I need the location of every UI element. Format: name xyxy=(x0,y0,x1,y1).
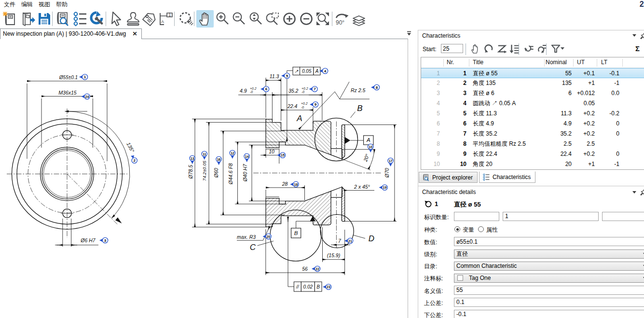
drawing-canvas[interactable]: Ø55±0.1M36x15135°Ø6 H711.34.935.222.4Rz … xyxy=(0,39,408,318)
balloon-14[interactable]: 14 xyxy=(244,153,249,162)
tab-characteristics[interactable]: Characteristics xyxy=(479,171,535,183)
balloon-17[interactable]: 17 xyxy=(388,158,393,166)
id-count-input-3[interactable] xyxy=(602,212,644,221)
pick-hand-icon[interactable] xyxy=(469,42,481,55)
document-tab[interactable]: New inspection plan (A) | 930-1200-406-V… xyxy=(0,28,142,39)
table-row-9[interactable]: 99长度 22.422.4+0.20 xyxy=(421,149,644,159)
catalog-combo[interactable]: Common Characteristic xyxy=(454,262,644,271)
tolerance-frame-text: 0.02 xyxy=(303,284,313,290)
stamp-tool-button[interactable] xyxy=(124,10,142,28)
menu-view[interactable]: 视图 xyxy=(36,0,53,8)
balloon-10[interactable]: 10 xyxy=(368,144,373,152)
characteristics-list-button[interactable] xyxy=(71,10,89,28)
tag-one-checkbox[interactable] xyxy=(457,275,463,281)
balloon-11[interactable]: 11 xyxy=(202,151,207,160)
select-tool-button[interactable] xyxy=(108,10,125,28)
zigzag-order-icon[interactable] xyxy=(496,42,508,55)
id-count-input-1[interactable] xyxy=(454,212,499,221)
tab-project-explorer[interactable]: Project explorer xyxy=(419,172,478,183)
enlarge-button[interactable] xyxy=(281,10,298,28)
tags-combo[interactable]: Tag One xyxy=(454,274,644,283)
balloon-5[interactable]: 5 xyxy=(281,73,290,78)
project-explorer-button[interactable] xyxy=(54,10,71,28)
column-header-nominal[interactable]: Nominal xyxy=(544,57,572,68)
sigma-icon[interactable]: Σ xyxy=(635,44,640,53)
balloon-9[interactable]: 9 xyxy=(310,102,318,107)
layers-button[interactable] xyxy=(350,10,368,28)
svg-text:11: 11 xyxy=(203,152,206,156)
panel-menu-caret-icon[interactable] xyxy=(632,34,636,37)
update-button[interactable] xyxy=(88,10,105,28)
table-row-8[interactable]: 88平均值粗糙度 Rz 2.52.52.5 xyxy=(421,139,644,149)
panel-pin-icon[interactable] xyxy=(640,31,644,39)
details-menu-caret-icon[interactable] xyxy=(632,191,636,194)
balloon-8[interactable]: 8 xyxy=(371,84,380,90)
column-header-ut[interactable]: UT xyxy=(573,57,595,68)
table-row-5[interactable]: 55长度 11.311.3+0.2-0.2 xyxy=(421,109,644,119)
balloon-19[interactable]: 19 xyxy=(379,185,388,190)
table-row-2[interactable]: 22角度 135135+1-1 xyxy=(421,78,644,88)
start-input[interactable] xyxy=(441,44,463,53)
renumber-start-icon[interactable] xyxy=(522,42,535,55)
table-row-1[interactable]: 11直径 ø 5555+0.1-0.1 xyxy=(421,68,644,78)
details-pin-icon[interactable] xyxy=(640,188,644,195)
filter-caret-icon[interactable] xyxy=(561,47,564,50)
balloon-4[interactable]: 4 xyxy=(319,68,328,73)
table-row-10[interactable]: 1010角度 2020+1-1 xyxy=(421,159,644,169)
menu-file[interactable]: 文件 xyxy=(1,0,18,8)
save-button[interactable] xyxy=(36,10,53,28)
rotate-90-button[interactable] xyxy=(333,10,351,28)
nominal-input[interactable] xyxy=(454,286,644,295)
tag-tool-button[interactable] xyxy=(141,10,158,28)
balloon-6[interactable]: 6 xyxy=(260,86,269,92)
zoom-out-button[interactable] xyxy=(230,10,247,28)
upper-tol-input[interactable] xyxy=(454,298,644,307)
zoom-window-button[interactable] xyxy=(264,10,281,28)
lower-tol-input[interactable] xyxy=(454,310,644,318)
table-row-7[interactable]: 77长度 35.235.2+0.20 xyxy=(421,129,644,139)
balloon-16[interactable]: 16 xyxy=(216,156,221,165)
balloon-tool-button[interactable] xyxy=(157,10,175,28)
radio-attribute-label[interactable]: 属性 xyxy=(486,226,498,234)
balloon-21[interactable]: 21 xyxy=(344,238,353,243)
zoom-fit-button[interactable] xyxy=(314,10,331,28)
new-inspection-plan-button[interactable] xyxy=(1,10,19,28)
table-row-3[interactable]: 33直径 ø 66+0.0120.0 xyxy=(421,88,644,98)
table-row-6[interactable]: 66长度 4.94.9+0.20 xyxy=(421,119,644,129)
tag-icon xyxy=(142,11,157,27)
zoom-in-button[interactable] xyxy=(214,10,231,28)
zoom-dynamic-button[interactable] xyxy=(247,10,264,28)
menu-help[interactable]: 帮助 xyxy=(53,0,70,8)
balloon-23[interactable]: 23 xyxy=(323,284,331,290)
balloon-12[interactable]: 12 xyxy=(230,150,235,159)
balloon-18[interactable]: 18 xyxy=(290,181,299,187)
balloon-2[interactable]: 2 xyxy=(131,155,137,163)
balloon-15[interactable]: 15 xyxy=(277,152,286,158)
menu-edit[interactable]: 编辑 xyxy=(18,0,36,8)
rotate-order-icon[interactable] xyxy=(482,42,495,55)
balloon-3[interactable]: 3 xyxy=(99,237,108,243)
column-header-lt[interactable]: LT xyxy=(597,57,619,68)
sketch-region-button[interactable] xyxy=(177,10,194,28)
radio-attribute[interactable] xyxy=(478,226,484,232)
level-combo[interactable]: 直径 xyxy=(454,249,644,259)
radio-variable-label[interactable]: 变量 xyxy=(463,226,474,234)
id-count-input-2[interactable] xyxy=(503,212,599,221)
balloon-7[interactable]: 7 xyxy=(309,86,318,92)
balloon-1[interactable]: 1 xyxy=(79,74,88,80)
table-row-4[interactable]: 44圆跳动 ↗ 0.05 A0.05 xyxy=(421,98,644,109)
balloon-24[interactable]: 24 xyxy=(82,94,90,99)
column-header-title[interactable]: Title xyxy=(473,57,544,68)
radio-variable[interactable] xyxy=(454,226,460,232)
open-inspection-plan-button[interactable] xyxy=(19,10,37,28)
value-input[interactable] xyxy=(454,237,644,246)
cell-lt: -0.2 xyxy=(597,109,619,119)
tab-close-icon[interactable]: ✕ xyxy=(133,29,137,39)
tab-list-menu-icon[interactable] xyxy=(406,30,412,36)
column-header-nr[interactable]: Nr. xyxy=(443,57,466,68)
balloon-13[interactable]: 13 xyxy=(190,155,195,164)
datum-label-A: A xyxy=(366,137,370,143)
pan-tool-button[interactable] xyxy=(196,10,214,28)
balloon-22[interactable]: 22 xyxy=(312,266,320,271)
shrink-button[interactable] xyxy=(298,10,315,28)
